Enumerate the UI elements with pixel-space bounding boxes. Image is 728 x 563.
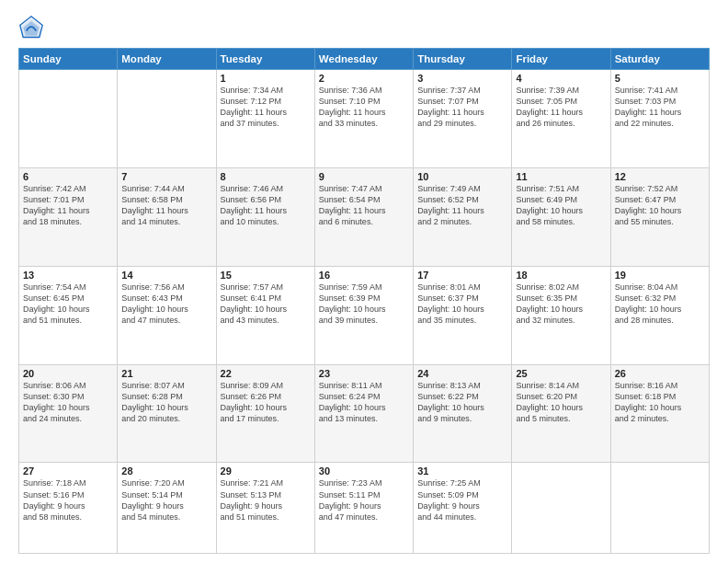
calendar-cell: 30Sunrise: 7:23 AMSunset: 5:11 PMDayligh… (314, 463, 413, 554)
weekday-header-friday: Friday (512, 49, 610, 70)
day-number: 31 (417, 465, 507, 477)
day-info: Sunrise: 8:13 AMSunset: 6:22 PMDaylight:… (417, 380, 507, 425)
calendar-cell: 9Sunrise: 7:47 AMSunset: 6:54 PMDaylight… (314, 167, 413, 266)
calendar-cell: 2Sunrise: 7:36 AMSunset: 7:10 PMDaylight… (314, 70, 413, 168)
day-number: 29 (221, 465, 311, 477)
day-number: 13 (23, 270, 113, 281)
day-number: 20 (23, 368, 113, 379)
day-info: Sunrise: 7:59 AMSunset: 6:39 PMDaylight:… (319, 282, 409, 327)
day-info: Sunrise: 7:23 AMSunset: 5:11 PMDaylight:… (319, 477, 409, 523)
day-info: Sunrise: 7:46 AMSunset: 6:56 PMDaylight:… (221, 183, 311, 228)
calendar-cell (512, 463, 610, 554)
calendar-cell: 29Sunrise: 7:21 AMSunset: 5:13 PMDayligh… (216, 463, 314, 554)
day-number: 15 (221, 270, 311, 281)
week-row-1: 6Sunrise: 7:42 AMSunset: 7:01 PMDaylight… (19, 167, 710, 266)
day-number: 11 (516, 171, 606, 182)
day-number: 10 (417, 171, 507, 182)
calendar-cell (118, 70, 216, 168)
day-info: Sunrise: 8:07 AMSunset: 6:28 PMDaylight:… (121, 380, 211, 425)
week-row-0: 1Sunrise: 7:34 AMSunset: 7:12 PMDaylight… (19, 70, 710, 168)
weekday-header-sunday: Sunday (19, 49, 118, 70)
calendar-cell: 13Sunrise: 7:54 AMSunset: 6:45 PMDayligh… (19, 266, 118, 364)
calendar-cell (19, 70, 118, 168)
day-info: Sunrise: 7:21 AMSunset: 5:13 PMDaylight:… (221, 477, 311, 523)
day-number: 26 (615, 368, 705, 379)
day-info: Sunrise: 7:49 AMSunset: 6:52 PMDaylight:… (417, 183, 507, 228)
day-info: Sunrise: 8:06 AMSunset: 6:30 PMDaylight:… (23, 380, 113, 425)
calendar-cell: 8Sunrise: 7:46 AMSunset: 6:56 PMDaylight… (216, 167, 314, 266)
day-info: Sunrise: 7:51 AMSunset: 6:49 PMDaylight:… (516, 183, 606, 228)
day-info: Sunrise: 7:44 AMSunset: 6:58 PMDaylight:… (121, 183, 211, 228)
day-info: Sunrise: 7:41 AMSunset: 7:03 PMDaylight:… (615, 85, 705, 130)
day-number: 30 (319, 465, 409, 477)
day-number: 24 (417, 368, 507, 379)
day-info: Sunrise: 7:20 AMSunset: 5:14 PMDaylight:… (121, 477, 211, 523)
calendar-cell: 12Sunrise: 7:52 AMSunset: 6:47 PMDayligh… (610, 167, 709, 266)
calendar-cell: 22Sunrise: 8:09 AMSunset: 6:26 PMDayligh… (216, 364, 314, 463)
calendar-cell: 17Sunrise: 8:01 AMSunset: 6:37 PMDayligh… (414, 266, 512, 364)
page: SundayMondayTuesdayWednesdayThursdayFrid… (0, 0, 728, 563)
weekday-header-tuesday: Tuesday (216, 49, 314, 70)
day-info: Sunrise: 7:56 AMSunset: 6:43 PMDaylight:… (121, 282, 211, 327)
calendar-cell: 1Sunrise: 7:34 AMSunset: 7:12 PMDaylight… (216, 70, 314, 168)
week-row-4: 27Sunrise: 7:18 AMSunset: 5:16 PMDayligh… (19, 463, 710, 554)
day-number: 27 (23, 465, 113, 477)
day-number: 25 (516, 368, 606, 379)
day-number: 22 (221, 368, 311, 379)
calendar-cell: 24Sunrise: 8:13 AMSunset: 6:22 PMDayligh… (414, 364, 512, 463)
calendar-cell: 28Sunrise: 7:20 AMSunset: 5:14 PMDayligh… (118, 463, 216, 554)
calendar-cell: 19Sunrise: 8:04 AMSunset: 6:32 PMDayligh… (610, 266, 709, 364)
calendar-cell: 5Sunrise: 7:41 AMSunset: 7:03 PMDaylight… (610, 70, 709, 168)
day-number: 5 (615, 73, 705, 84)
day-number: 17 (417, 270, 507, 281)
header (18, 15, 710, 40)
weekday-header-thursday: Thursday (414, 49, 512, 70)
calendar-cell: 14Sunrise: 7:56 AMSunset: 6:43 PMDayligh… (118, 266, 216, 364)
day-number: 18 (516, 270, 606, 281)
calendar-cell: 20Sunrise: 8:06 AMSunset: 6:30 PMDayligh… (19, 364, 118, 463)
day-info: Sunrise: 7:36 AMSunset: 7:10 PMDaylight:… (319, 85, 409, 130)
calendar-cell: 15Sunrise: 7:57 AMSunset: 6:41 PMDayligh… (216, 266, 314, 364)
day-info: Sunrise: 7:52 AMSunset: 6:47 PMDaylight:… (615, 183, 705, 228)
weekday-header-row: SundayMondayTuesdayWednesdayThursdayFrid… (19, 49, 710, 70)
calendar-cell: 21Sunrise: 8:07 AMSunset: 6:28 PMDayligh… (118, 364, 216, 463)
calendar: SundayMondayTuesdayWednesdayThursdayFrid… (18, 48, 710, 554)
day-info: Sunrise: 7:57 AMSunset: 6:41 PMDaylight:… (221, 282, 311, 327)
day-info: Sunrise: 7:39 AMSunset: 7:05 PMDaylight:… (516, 85, 606, 130)
logo (18, 15, 48, 40)
day-number: 6 (23, 171, 113, 182)
calendar-cell: 31Sunrise: 7:25 AMSunset: 5:09 PMDayligh… (414, 463, 512, 554)
day-info: Sunrise: 7:42 AMSunset: 7:01 PMDaylight:… (23, 183, 113, 228)
day-number: 3 (417, 73, 507, 84)
day-info: Sunrise: 7:47 AMSunset: 6:54 PMDaylight:… (319, 183, 409, 228)
day-number: 14 (121, 270, 211, 281)
calendar-cell: 23Sunrise: 8:11 AMSunset: 6:24 PMDayligh… (314, 364, 413, 463)
day-info: Sunrise: 8:14 AMSunset: 6:20 PMDaylight:… (516, 380, 606, 425)
day-info: Sunrise: 7:34 AMSunset: 7:12 PMDaylight:… (221, 85, 311, 130)
day-number: 4 (516, 73, 606, 84)
calendar-cell: 4Sunrise: 7:39 AMSunset: 7:05 PMDaylight… (512, 70, 610, 168)
day-info: Sunrise: 7:25 AMSunset: 5:09 PMDaylight:… (417, 477, 507, 523)
day-info: Sunrise: 8:01 AMSunset: 6:37 PMDaylight:… (417, 282, 507, 327)
calendar-cell: 6Sunrise: 7:42 AMSunset: 7:01 PMDaylight… (19, 167, 118, 266)
day-number: 28 (121, 465, 211, 477)
day-info: Sunrise: 8:04 AMSunset: 6:32 PMDaylight:… (615, 282, 705, 327)
calendar-cell (610, 463, 709, 554)
day-number: 19 (615, 270, 705, 281)
day-number: 9 (319, 171, 409, 182)
weekday-header-monday: Monday (118, 49, 216, 70)
day-number: 16 (319, 270, 409, 281)
calendar-cell: 3Sunrise: 7:37 AMSunset: 7:07 PMDaylight… (414, 70, 512, 168)
day-info: Sunrise: 8:02 AMSunset: 6:35 PMDaylight:… (516, 282, 606, 327)
calendar-cell: 11Sunrise: 7:51 AMSunset: 6:49 PMDayligh… (512, 167, 610, 266)
calendar-cell: 16Sunrise: 7:59 AMSunset: 6:39 PMDayligh… (314, 266, 413, 364)
day-number: 1 (221, 73, 311, 84)
day-info: Sunrise: 8:16 AMSunset: 6:18 PMDaylight:… (615, 380, 705, 425)
day-info: Sunrise: 7:54 AMSunset: 6:45 PMDaylight:… (23, 282, 113, 327)
logo-icon (18, 15, 44, 40)
week-row-2: 13Sunrise: 7:54 AMSunset: 6:45 PMDayligh… (19, 266, 710, 364)
weekday-header-saturday: Saturday (610, 49, 709, 70)
calendar-cell: 7Sunrise: 7:44 AMSunset: 6:58 PMDaylight… (118, 167, 216, 266)
calendar-cell: 27Sunrise: 7:18 AMSunset: 5:16 PMDayligh… (19, 463, 118, 554)
weekday-header-wednesday: Wednesday (314, 49, 413, 70)
